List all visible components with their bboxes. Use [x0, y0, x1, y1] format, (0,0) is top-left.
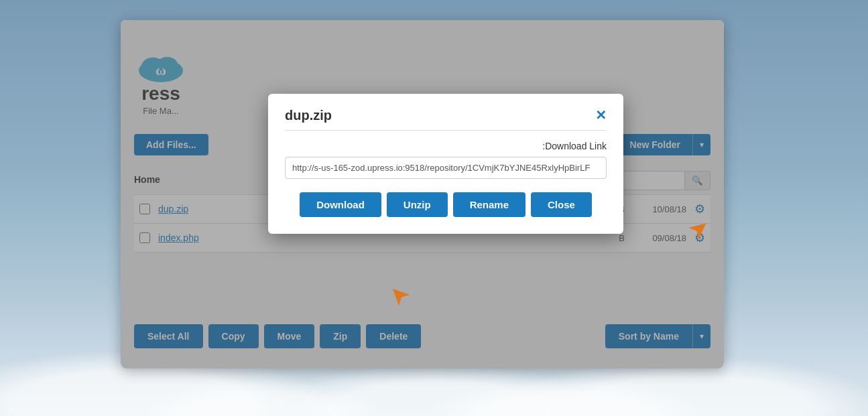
modal-unzip-button[interactable]: Unzip — [387, 192, 448, 217]
modal-dialog: dup.zip ✕ :Download Link Download Unzip … — [268, 94, 623, 234]
modal-rename-button[interactable]: Rename — [453, 192, 525, 217]
modal-header: dup.zip ✕ — [285, 107, 607, 123]
modal-close-button[interactable]: ✕ — [595, 107, 607, 123]
modal-download-button[interactable]: Download — [300, 192, 381, 217]
modal-buttons: Download Unzip Rename Close — [285, 192, 607, 217]
main-panel: ω ress File Ma... Add Files... New Folde… — [121, 20, 724, 368]
modal-link-input[interactable] — [285, 157, 607, 179]
modal-divider — [285, 130, 607, 131]
modal-download-link-label: :Download Link — [285, 141, 607, 151]
modal-title: dup.zip — [285, 108, 332, 123]
modal-close-action-button[interactable]: Close — [531, 192, 592, 217]
